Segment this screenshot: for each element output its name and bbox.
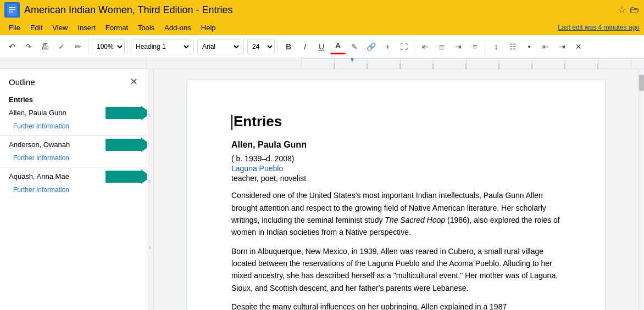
entry-dates: ( b. 1939–d. 2008) — [231, 154, 561, 163]
menu-help[interactable]: Help — [197, 21, 220, 34]
align-right-button[interactable]: ⇥ — [451, 39, 466, 54]
heading-style-select[interactable]: Heading 1 — [131, 39, 191, 54]
menu-tools[interactable]: Tools — [134, 21, 159, 34]
font-select[interactable]: Arial — [197, 39, 241, 54]
main-area: Outline ✕ Entries Allen, Paula Gunn Furt… — [0, 69, 644, 310]
insert-image-button[interactable]: ⛶ — [396, 39, 412, 54]
svg-rect-2 — [9, 9, 15, 10]
document-title: American Indian Women, Third Edition - E… — [24, 4, 613, 16]
outline-item-aquash[interactable]: Aquash, Anna Mae — [0, 170, 147, 183]
document-page: Entries Allen, Paula Gunn ( b. 1939–d. 2… — [187, 80, 605, 310]
doc-icon — [4, 2, 20, 18]
indent-button[interactable]: ⇥ — [554, 39, 570, 54]
undo-button[interactable]: ↶ — [4, 39, 20, 54]
toolbar-font-group: Arial — [197, 39, 244, 54]
last-edit-label: Last edit was 4 minutes ago — [558, 24, 640, 31]
menu-edit[interactable]: Edit — [26, 21, 47, 34]
font-size-select[interactable]: 24 — [247, 39, 275, 54]
entry-body-paragraph2: Born in Albuquerque, New Mexico, in 1939… — [231, 245, 561, 295]
ruler-inner — [301, 58, 644, 69]
entry-place: Laguna Pueblo — [231, 164, 561, 173]
toolbar-history-group: ↶ ↷ 🖶 ✓ ✏ — [4, 39, 88, 54]
outline-item-anderson-further[interactable]: Further Information — [0, 151, 147, 165]
star-icon[interactable]: ☆ — [618, 4, 626, 16]
outdent-button[interactable]: ⇤ — [538, 39, 553, 54]
clear-format-button[interactable]: ✕ — [571, 39, 586, 54]
entry-body-paragraph3: Despite the many cultural influences on … — [231, 301, 561, 310]
italic-button[interactable]: I — [297, 39, 313, 54]
redo-button[interactable]: ↷ — [21, 39, 36, 54]
menu-view[interactable]: View — [48, 21, 72, 34]
bold-button[interactable]: B — [281, 39, 296, 54]
underline-button[interactable]: U — [314, 39, 329, 54]
outline-item-aquash-further[interactable]: Further Information — [0, 183, 147, 196]
insert-special-button[interactable]: + — [380, 39, 395, 54]
paint-format-button[interactable]: ✏ — [70, 39, 86, 54]
menu-file[interactable]: File — [4, 21, 25, 34]
side-margin: 1 2 3 — [147, 69, 154, 310]
title-actions: ☆ 🗁 — [618, 4, 640, 16]
toolbar-spacing-group: ↕ ☷ • ⇤ ⇥ ✕ — [488, 39, 589, 54]
close-icon[interactable]: ✕ — [130, 76, 138, 88]
text-color-button[interactable]: A — [330, 39, 346, 54]
ruler — [0, 58, 644, 69]
numbered-list-button[interactable]: ☷ — [505, 39, 520, 54]
outline-title: Outline — [9, 77, 35, 87]
toolbar-align-group: ⇤ ≣ ⇥ ≡ — [418, 39, 485, 54]
print-button[interactable]: 🖶 — [37, 39, 53, 54]
toolbar-zoom-group: 100% — [92, 39, 127, 54]
sidebar-outline: Outline ✕ Entries Allen, Paula Gunn Furt… — [0, 69, 147, 310]
title-bar: American Indian Women, Third Edition - E… — [0, 0, 644, 20]
align-justify-button[interactable]: ≡ — [467, 39, 482, 54]
outline-item-allen[interactable]: Allen, Paula Gunn — [0, 106, 147, 120]
doc-area[interactable]: Entries Allen, Paula Gunn ( b. 1939–d. 2… — [154, 69, 639, 310]
svg-rect-1 — [9, 7, 15, 8]
toolbar: ↶ ↷ 🖶 ✓ ✏ 100% Heading 1 Arial 24 B I U … — [0, 35, 644, 58]
menu-format[interactable]: Format — [101, 21, 132, 34]
vertical-scrollbar[interactable] — [639, 69, 644, 310]
page-heading: Entries — [231, 113, 561, 130]
menu-bar: File Edit View Insert Format Tools Add-o… — [0, 20, 644, 35]
highlight-button[interactable]: ✎ — [347, 39, 362, 54]
entry-body-paragraph1: Considered one of the United States's mo… — [231, 189, 561, 239]
align-left-button[interactable]: ⇤ — [418, 39, 433, 54]
svg-marker-14 — [351, 58, 354, 63]
bullet-list-button[interactable]: • — [521, 39, 537, 54]
toolbar-format-group: B I U A ✎ 🔗 + ⛶ — [281, 39, 414, 54]
menu-addons[interactable]: Add-ons — [160, 21, 195, 34]
align-center-button[interactable]: ≣ — [434, 39, 449, 54]
menu-insert[interactable]: Insert — [73, 21, 100, 34]
entry-name: Allen, Paula Gunn — [231, 140, 561, 150]
entry-desc: teacher, poet, novelist — [231, 174, 561, 183]
spell-check-button[interactable]: ✓ — [54, 39, 69, 54]
toolbar-size-group: 24 — [247, 39, 277, 54]
folder-icon[interactable]: 🗁 — [630, 4, 640, 16]
svg-rect-3 — [9, 12, 13, 13]
outline-section-entries: Entries — [0, 92, 147, 106]
zoom-select[interactable]: 100% — [92, 39, 125, 54]
link-button[interactable]: 🔗 — [363, 39, 379, 54]
line-spacing-button[interactable]: ↕ — [488, 39, 504, 54]
outline-item-anderson[interactable]: Anderson, Owanah — [0, 138, 147, 151]
sidebar-header: Outline ✕ — [0, 69, 147, 92]
toolbar-style-group: Heading 1 — [131, 39, 194, 54]
outline-item-allen-further[interactable]: Further Information — [0, 120, 147, 133]
